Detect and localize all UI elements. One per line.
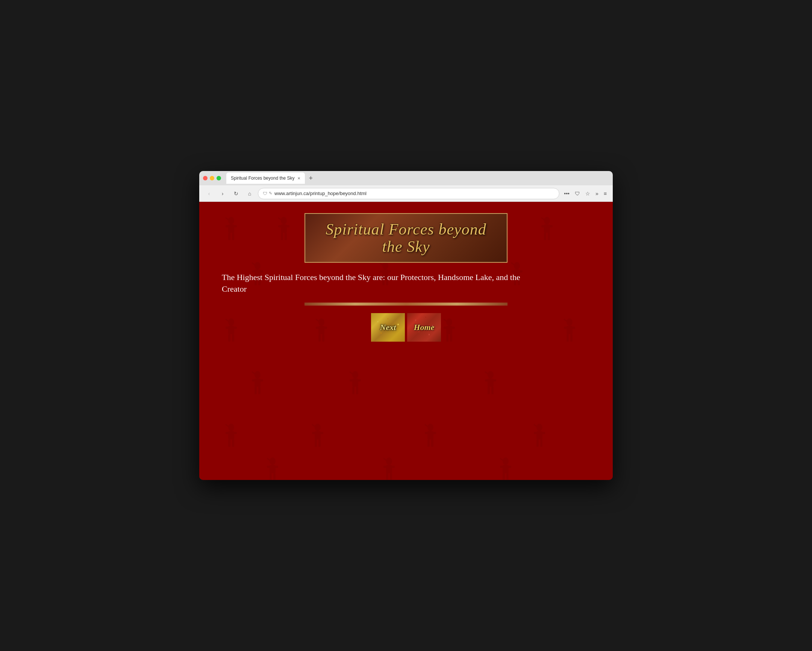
svg-point-42 bbox=[255, 262, 261, 270]
svg-rect-151 bbox=[390, 466, 395, 468]
svg-rect-104 bbox=[356, 387, 358, 394]
svg-rect-117 bbox=[228, 439, 230, 447]
svg-rect-125 bbox=[318, 439, 321, 447]
back-icon: ‹ bbox=[208, 191, 210, 197]
svg-point-105 bbox=[488, 371, 494, 378]
svg-line-127 bbox=[425, 424, 428, 427]
extensions-icon[interactable]: » bbox=[594, 189, 600, 198]
bg-silhouette bbox=[496, 457, 515, 480]
bg-silhouette bbox=[421, 424, 440, 451]
svg-rect-150 bbox=[383, 466, 388, 468]
bg-silhouette bbox=[308, 424, 327, 451]
svg-rect-95 bbox=[259, 379, 263, 381]
title-bar: Spiritual Forces beyond the Sky ✕ + bbox=[199, 171, 613, 185]
active-tab[interactable]: Spiritual Forces beyond the Sky ✕ bbox=[226, 172, 305, 184]
bg-silhouette bbox=[263, 457, 282, 480]
svg-line-120 bbox=[312, 424, 315, 427]
nav-buttons: Next Home bbox=[222, 313, 590, 342]
svg-rect-137 bbox=[540, 432, 545, 434]
bg-silhouette bbox=[222, 424, 241, 451]
forward-icon: › bbox=[222, 191, 224, 197]
svg-rect-136 bbox=[534, 432, 538, 434]
svg-rect-139 bbox=[540, 439, 542, 447]
svg-rect-110 bbox=[488, 387, 490, 394]
svg-rect-131 bbox=[427, 439, 430, 447]
reload-button[interactable]: ↻ bbox=[231, 188, 241, 199]
address-bar[interactable]: 🛡 ✎ bbox=[258, 188, 559, 199]
svg-rect-121 bbox=[314, 431, 321, 439]
svg-rect-153 bbox=[390, 473, 392, 480]
svg-point-98 bbox=[352, 371, 358, 378]
svg-rect-135 bbox=[536, 431, 542, 439]
svg-rect-152 bbox=[386, 473, 388, 480]
svg-point-49 bbox=[382, 262, 388, 270]
svg-rect-118 bbox=[232, 439, 234, 447]
page-content: Spiritual Forces beyond the Sky The High… bbox=[199, 202, 613, 480]
maximize-button[interactable] bbox=[217, 176, 221, 180]
home-icon: ⌂ bbox=[248, 191, 251, 197]
svg-rect-128 bbox=[427, 431, 433, 439]
next-button-bg: Next bbox=[371, 313, 405, 342]
svg-rect-111 bbox=[491, 387, 494, 394]
shield-icon: 🛡 bbox=[263, 191, 267, 196]
svg-rect-143 bbox=[267, 466, 272, 468]
svg-rect-114 bbox=[228, 431, 234, 439]
svg-rect-157 bbox=[500, 466, 505, 468]
next-button-label: Next bbox=[380, 323, 396, 332]
home-page-button[interactable]: Home bbox=[407, 313, 441, 342]
back-button[interactable]: ‹ bbox=[204, 188, 214, 199]
svg-rect-158 bbox=[507, 466, 511, 468]
svg-rect-156 bbox=[503, 465, 508, 473]
bg-silhouette bbox=[380, 457, 398, 480]
svg-point-133 bbox=[536, 424, 542, 431]
minimize-button[interactable] bbox=[210, 176, 214, 180]
home-button-bg: Home bbox=[407, 313, 441, 342]
svg-line-113 bbox=[226, 424, 229, 427]
svg-rect-159 bbox=[503, 473, 505, 480]
svg-line-148 bbox=[383, 458, 386, 460]
svg-line-155 bbox=[500, 458, 503, 460]
svg-line-106 bbox=[485, 372, 488, 374]
header-banner: Spiritual Forces beyond the Sky bbox=[222, 213, 590, 263]
bg-silhouette bbox=[530, 424, 549, 451]
svg-point-91 bbox=[255, 371, 261, 378]
svg-point-154 bbox=[503, 457, 508, 465]
url-input[interactable] bbox=[275, 191, 554, 196]
svg-rect-129 bbox=[425, 432, 429, 434]
svg-rect-123 bbox=[319, 432, 323, 434]
pocket-icon[interactable]: 🛡 bbox=[573, 189, 582, 198]
forward-button[interactable]: › bbox=[217, 188, 228, 199]
svg-rect-160 bbox=[507, 473, 508, 480]
tab-close-icon[interactable]: ✕ bbox=[298, 176, 301, 180]
more-options-icon[interactable]: ••• bbox=[562, 189, 571, 198]
svg-line-50 bbox=[380, 263, 383, 265]
svg-line-57 bbox=[511, 263, 514, 265]
svg-rect-101 bbox=[350, 379, 354, 381]
reload-icon: ↻ bbox=[234, 191, 238, 197]
bookmark-icon[interactable]: ☆ bbox=[584, 189, 592, 198]
menu-icon[interactable]: ≡ bbox=[602, 189, 608, 198]
svg-line-92 bbox=[252, 372, 255, 374]
svg-line-134 bbox=[534, 424, 537, 427]
close-button[interactable] bbox=[203, 176, 208, 180]
home-nav-button[interactable]: ⌂ bbox=[244, 188, 255, 199]
svg-rect-122 bbox=[312, 432, 316, 434]
svg-point-112 bbox=[228, 424, 234, 431]
bg-silhouette bbox=[346, 371, 365, 399]
svg-rect-107 bbox=[488, 378, 494, 387]
svg-rect-94 bbox=[252, 379, 256, 381]
new-tab-button[interactable]: + bbox=[306, 174, 315, 182]
svg-rect-146 bbox=[273, 473, 276, 480]
divider-line bbox=[304, 303, 508, 306]
svg-rect-102 bbox=[356, 379, 361, 381]
banner-box: Spiritual Forces beyond the Sky bbox=[304, 213, 508, 263]
svg-point-56 bbox=[514, 262, 520, 270]
edit-icon: ✎ bbox=[269, 191, 272, 196]
browser-window: Spiritual Forces beyond the Sky ✕ + ‹ › … bbox=[199, 171, 613, 480]
svg-rect-132 bbox=[431, 439, 433, 447]
next-button[interactable]: Next bbox=[371, 313, 405, 342]
svg-line-141 bbox=[267, 458, 270, 460]
svg-rect-116 bbox=[232, 432, 237, 434]
svg-rect-97 bbox=[258, 387, 261, 394]
svg-rect-142 bbox=[270, 465, 276, 473]
